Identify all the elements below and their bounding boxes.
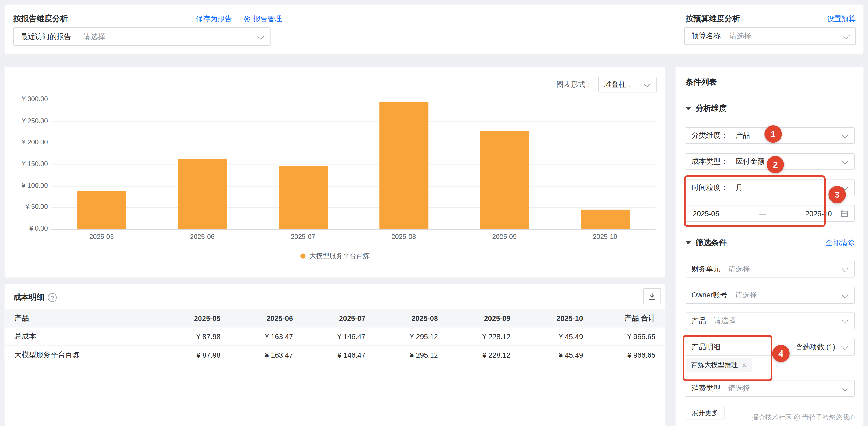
chevron-down-icon <box>843 32 849 39</box>
top-bar: 按报告维度分析 保存为报告 报告管理 最近访问的报告 请选择 按预算维度分析 设… <box>4 5 864 54</box>
legend-dot-icon <box>301 253 306 259</box>
consume-type-placeholder: 请选择 <box>728 384 750 393</box>
table-cell: ¥ 295.12 <box>366 351 438 359</box>
gridline <box>51 229 655 230</box>
cost-detail-title: 成本明细 ? <box>13 292 57 303</box>
table-header-cell: 2025-06 <box>220 314 293 322</box>
cost-type-label: 成本类型： <box>692 157 728 166</box>
owner-account-label: Owner账号 <box>692 290 727 300</box>
category-dimension-value: 产品 <box>736 131 750 140</box>
gridline <box>51 100 655 100</box>
filter-condition-section-header[interactable]: 筛选条件 <box>685 238 727 248</box>
recent-report-select[interactable]: 最近访问的报告 请选择 <box>13 27 271 46</box>
cost-analysis-page: 按报告维度分析 保存为报告 报告管理 最近访问的报告 请选择 按预算维度分析 设… <box>0 0 868 426</box>
caret-down-icon <box>685 107 691 110</box>
gridline <box>51 121 655 122</box>
table-row: 总成本¥ 87.98¥ 163.47¥ 146.47¥ 295.12¥ 228.… <box>4 328 665 346</box>
budget-analysis-title: 按预算维度分析 <box>685 14 740 24</box>
table-header-cell: 2025-08 <box>366 314 438 322</box>
analysis-dimension-title: 分析维度 <box>695 104 726 114</box>
help-icon[interactable]: ? <box>48 293 57 302</box>
y-tick-label: ¥ 0.00 <box>4 225 48 232</box>
save-as-report-link[interactable]: 保存为报告 <box>196 14 232 24</box>
chart-bar <box>480 131 529 229</box>
cost-type-value: 应付金额 <box>736 157 765 166</box>
legend-label: 大模型服务平台百炼 <box>309 251 370 261</box>
finance-unit-select[interactable]: 财务单元 请选择 <box>685 261 855 277</box>
x-tick-label: 2025-08 <box>353 233 454 240</box>
x-axis-labels: 2025-052025-062025-072025-082025-092025-… <box>51 233 655 240</box>
cost-detail-title-text: 成本明细 <box>13 292 44 303</box>
consume-type-label: 消费类型 <box>692 384 720 393</box>
set-budget-link[interactable]: 设置预算 <box>827 14 856 24</box>
chart-type-label: 图表形式： <box>557 80 593 89</box>
tag-close-icon[interactable]: × <box>742 362 746 369</box>
table-header-cell: 2025-09 <box>438 314 510 322</box>
table-cell: ¥ 163.47 <box>220 332 293 341</box>
report-manage-label: 报告管理 <box>253 14 282 24</box>
chevron-down-icon <box>841 384 848 391</box>
chart-bar <box>279 166 328 229</box>
product-placeholder: 请选择 <box>714 316 736 326</box>
condition-list-title: 条件列表 <box>685 78 717 87</box>
stage: 按报告维度分析 保存为报告 报告管理 最近访问的报告 请选择 按预算维度分析 设… <box>0 0 868 426</box>
calendar-icon <box>840 209 848 218</box>
chevron-down-icon <box>841 343 848 350</box>
table-header-cell: 2025-07 <box>293 314 366 322</box>
date-range-picker[interactable]: 2025-05 — 2025-10 <box>685 205 855 222</box>
y-tick-label: ¥ 300.00 <box>4 95 48 103</box>
y-tick-label: ¥ 150.00 <box>4 160 48 168</box>
expand-more-button[interactable]: 展开更多 <box>685 406 724 420</box>
product-detail-count: 含选项数 (1) <box>796 342 835 352</box>
product-select[interactable]: 产品 请选择 <box>685 313 855 329</box>
table-cell: 总成本 <box>14 332 148 341</box>
clear-all-link[interactable]: 全部清除 <box>826 238 855 248</box>
selected-product-tag: 百炼大模型推理 × <box>685 358 752 372</box>
selected-product-tag-label: 百炼大模型推理 <box>691 360 738 369</box>
time-granularity-label: 时间粒度： <box>692 183 728 193</box>
table-cell: ¥ 45.49 <box>510 351 583 359</box>
chevron-down-icon <box>841 131 848 138</box>
gear-icon <box>243 15 251 23</box>
owner-account-placeholder: 请选择 <box>735 290 757 300</box>
gridline <box>51 143 655 143</box>
time-granularity-value: 月 <box>736 183 743 193</box>
chart-plot <box>51 100 655 229</box>
recent-report-select-label: 最近访问的报告 <box>21 31 71 41</box>
chevron-down-icon <box>643 80 650 87</box>
chart-legend[interactable]: 大模型服务平台百炼 <box>4 251 665 261</box>
table-cell: ¥ 146.47 <box>293 351 366 359</box>
download-icon <box>648 292 656 300</box>
date-range-start: 2025-05 <box>693 209 719 218</box>
table-row: 大模型服务平台百炼¥ 87.98¥ 163.47¥ 146.47¥ 295.12… <box>4 346 665 364</box>
chevron-down-icon <box>841 265 848 272</box>
table-cell: ¥ 45.49 <box>510 332 583 341</box>
date-range-separator: — <box>719 209 805 218</box>
product-detail-select[interactable]: 产品明细 含选项数 (1) <box>685 339 855 355</box>
caret-down-icon <box>685 241 691 244</box>
table-cell: ¥ 87.98 <box>148 332 220 341</box>
gridline <box>51 207 655 208</box>
chart-type-value: 堆叠柱... <box>604 80 632 89</box>
gridline <box>51 186 655 187</box>
report-manage-link[interactable]: 报告管理 <box>243 14 282 24</box>
chart-bar <box>178 159 227 229</box>
chart-type-select[interactable]: 堆叠柱... <box>598 77 656 92</box>
owner-account-select[interactable]: Owner账号 请选择 <box>685 287 855 304</box>
condition-sidebar: 条件列表 分析维度 分类维度： 产品 成本类型： 应付金额 时间粒度： 月 20… <box>676 67 864 426</box>
table-cell: ¥ 163.47 <box>220 351 293 359</box>
chevron-down-icon <box>841 317 848 324</box>
table-cell: ¥ 146.47 <box>293 332 366 341</box>
consume-type-select[interactable]: 消费类型 请选择 <box>685 380 855 397</box>
table-header-cell: 产品 <box>14 313 148 323</box>
watermark-text: 掘金技术社区 @ 青衿子衿悠悠我心 <box>752 413 856 422</box>
table-header-cell: 2025-10 <box>510 314 583 322</box>
table-header-cell: 2025-05 <box>148 314 220 322</box>
table-cell: ¥ 228.12 <box>438 332 510 341</box>
download-button[interactable] <box>643 288 661 304</box>
budget-name-select[interactable]: 预算名称 请选择 <box>684 27 856 45</box>
annotation-badge-1: 1 <box>765 125 782 143</box>
table-cell: 大模型服务平台百炼 <box>14 350 148 360</box>
analysis-dimension-section-header[interactable]: 分析维度 <box>685 104 727 114</box>
x-tick-label: 2025-09 <box>454 233 555 240</box>
